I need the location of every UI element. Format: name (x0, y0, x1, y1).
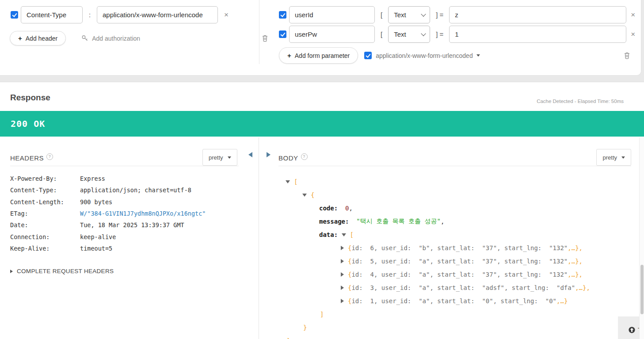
param-enabled-checkbox[interactable] (279, 30, 286, 38)
header-name-input[interactable]: Content-Type (21, 6, 83, 23)
json-token-key: data: (319, 231, 338, 238)
trash-icon[interactable] (262, 34, 268, 42)
json-token-bracket: ,…}, (575, 284, 590, 291)
expand-toggle-icon[interactable] (341, 299, 344, 303)
response-header-row: Content-Type:application/json; charset=u… (10, 184, 206, 196)
json-token-preview: id: 5, user_id: "a", start_lat: "37", st… (351, 258, 568, 265)
expand-toggle-icon[interactable] (341, 272, 344, 277)
json-token-key: message: (319, 218, 349, 225)
json-token-bracket: ,…}, (568, 258, 583, 265)
response-header-value: keep-alive (80, 233, 116, 240)
scrollbar[interactable] (639, 137, 644, 339)
scrollbar-thumb[interactable] (640, 265, 644, 314)
expand-toggle-icon[interactable] (341, 259, 344, 263)
headers-panel-divider (10, 166, 239, 166)
json-token-key: code: (319, 205, 338, 212)
json-token-plain: , (349, 205, 352, 212)
response-header-value: timeout=5 (80, 245, 112, 252)
response-header-name: Keep-Alive: (10, 245, 80, 252)
response-meta: Cache Detected - Elapsed Time: 50ms (537, 99, 624, 104)
chevron-down-icon (228, 156, 231, 159)
body-format-dropdown[interactable]: pretty (596, 149, 631, 166)
api-tester-page: Content-Type : application/x-www-form-ur… (0, 0, 644, 339)
request-header-actions: + Add header Add authorization (10, 31, 268, 46)
param-value-input[interactable]: z (449, 6, 626, 23)
trash-icon[interactable] (624, 52, 630, 59)
param-type-value: Text (394, 11, 406, 19)
response-panels: HEADERS? pretty X-Powered-By:ExpressCont… (0, 137, 644, 339)
json-token-plain (338, 231, 341, 238)
add-form-parameter-button[interactable]: + Add form parameter (279, 47, 358, 64)
form-param-row: userPw[Text] =1× (279, 26, 637, 43)
chevron-down-icon (421, 31, 426, 36)
json-token-bracket: ] (320, 311, 324, 318)
collapse-toggle-icon[interactable] (286, 180, 290, 183)
response-card: Response Cache Detected - Elapsed Time: … (0, 82, 644, 339)
response-header-row: ETag:W/"384-G1VIN1J7ydhm8nQJPXo/x16ngtc" (10, 208, 206, 219)
expand-arrow-icon (10, 270, 13, 273)
json-token-preview: id: 1, user_id: "a", start_lat: "0", sta… (351, 297, 556, 305)
json-token-preview: id: 3, user_id: "a", start_lat: "adsf", … (351, 284, 575, 291)
chevron-down-icon (421, 11, 426, 16)
headers-panel-title: HEADERS? (10, 153, 53, 162)
header-value-input[interactable]: application/x-www-form-urlencode (97, 6, 218, 23)
body-panel-divider (278, 166, 631, 166)
json-token-bracket: [ (294, 178, 297, 185)
param-type-select[interactable]: Text (388, 6, 430, 23)
body-toolbar: TopBottomCollapseOpen2RequestCopyDownloa… (618, 316, 640, 339)
collapse-toggle-icon[interactable] (342, 233, 346, 236)
add-authorization-button[interactable]: Add authorization (92, 35, 140, 42)
json-token-bracket: { (311, 191, 314, 198)
complete-request-headers-toggle[interactable]: COMPLETE REQUEST HEADERS (10, 268, 114, 274)
param-enabled-checkbox[interactable] (279, 11, 286, 19)
json-token-num: 0 (345, 205, 349, 212)
response-header-name: ETag: (10, 210, 80, 217)
response-header-value[interactable]: W/"384-G1VIN1J7ydhm8nQJPXo/x16ngtc" (80, 210, 206, 217)
remove-param-button[interactable]: × (629, 11, 637, 19)
panel-collapse-left-icon[interactable] (248, 152, 252, 157)
response-header-name: Content-Type: (10, 187, 80, 194)
param-name-input[interactable]: userPw (289, 26, 375, 43)
response-header-name: Date: (10, 221, 80, 229)
header-enabled-checkbox[interactable] (11, 11, 18, 19)
add-header-button[interactable]: + Add header (10, 31, 66, 46)
param-close-bracket-equals: ] = (436, 11, 443, 19)
request-header-row: Content-Type : application/x-www-form-ur… (11, 6, 230, 23)
remove-param-button[interactable]: × (629, 30, 637, 39)
json-line: {id: 3, user_id: "a", start_lat: "adsf",… (259, 281, 639, 294)
form-param-row: userId[Text] =z× (279, 6, 637, 23)
help-icon[interactable]: ? (301, 153, 308, 160)
add-form-parameter-label: Add form parameter (295, 52, 350, 59)
json-token-bracket: { (348, 271, 351, 278)
form-parameters-pane: userId[Text] =z×userPw[Text] =1× + Add f… (279, 6, 637, 64)
response-header-row: Content-Length:900 bytes (10, 196, 206, 208)
expand-toggle-icon[interactable] (341, 286, 344, 290)
key-icon (81, 35, 88, 42)
json-line: code: 0, (259, 202, 639, 215)
json-line: message: "택시 호출 목록 호출 성공", (259, 215, 639, 228)
help-icon[interactable]: ? (46, 153, 53, 160)
json-line: { (259, 188, 639, 202)
form-actions-row: + Add form parameter application/x-www-f… (279, 47, 637, 64)
remove-header-button[interactable]: × (222, 11, 230, 19)
top-icon (629, 327, 635, 333)
expand-toggle-icon[interactable] (341, 246, 344, 250)
json-token-bracket: ,…}, (568, 271, 583, 278)
param-open-bracket: [ (381, 30, 382, 38)
json-token-bracket: { (348, 284, 351, 291)
encoding-type-dropdown[interactable]: application/x-www-form-urlencoded (376, 52, 473, 59)
json-token-bracket: } (303, 324, 307, 331)
param-type-select[interactable]: Text (388, 26, 430, 43)
response-title: Response (10, 93, 50, 103)
collapse-toggle-icon[interactable] (302, 194, 307, 197)
response-header-value: 900 bytes (80, 198, 112, 206)
json-token-preview: id: 4, user_id: "a", start_lat: "37", st… (351, 271, 568, 278)
json-tree: [{code: 0,message: "택시 호출 목록 호출 성공",data… (259, 175, 639, 339)
json-token-str: "택시 호출 목록 호출 성공" (356, 217, 441, 225)
param-value-input[interactable]: 1 (449, 26, 626, 43)
headers-format-dropdown[interactable]: pretty (202, 149, 237, 166)
json-line: {id: 1, user_id: "a", start_lat: "0", st… (259, 294, 639, 308)
encoding-enabled-checkbox[interactable] (364, 52, 372, 59)
param-name-input[interactable]: userId (289, 6, 375, 23)
add-header-label: Add header (26, 35, 57, 42)
